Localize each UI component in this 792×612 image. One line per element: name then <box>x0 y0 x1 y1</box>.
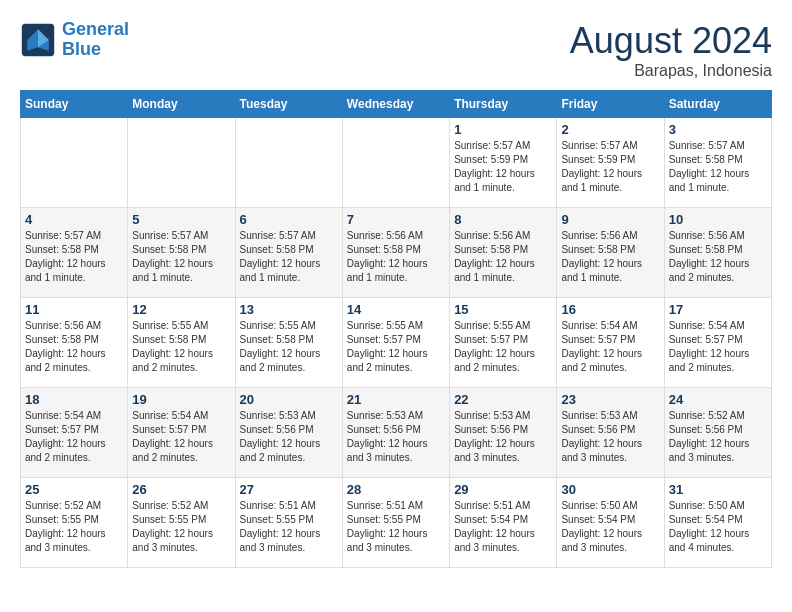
calendar-cell: 8Sunrise: 5:56 AM Sunset: 5:58 PM Daylig… <box>450 208 557 298</box>
day-number: 16 <box>561 302 659 317</box>
day-number: 19 <box>132 392 230 407</box>
calendar-cell <box>21 118 128 208</box>
day-header-thursday: Thursday <box>450 91 557 118</box>
day-info: Sunrise: 5:53 AM Sunset: 5:56 PM Dayligh… <box>561 409 659 465</box>
day-number: 11 <box>25 302 123 317</box>
calendar-cell: 23Sunrise: 5:53 AM Sunset: 5:56 PM Dayli… <box>557 388 664 478</box>
calendar-cell <box>128 118 235 208</box>
day-info: Sunrise: 5:56 AM Sunset: 5:58 PM Dayligh… <box>347 229 445 285</box>
logo-text: General Blue <box>62 20 129 60</box>
day-info: Sunrise: 5:56 AM Sunset: 5:58 PM Dayligh… <box>25 319 123 375</box>
calendar-cell: 18Sunrise: 5:54 AM Sunset: 5:57 PM Dayli… <box>21 388 128 478</box>
day-info: Sunrise: 5:52 AM Sunset: 5:55 PM Dayligh… <box>132 499 230 555</box>
day-info: Sunrise: 5:53 AM Sunset: 5:56 PM Dayligh… <box>240 409 338 465</box>
day-info: Sunrise: 5:56 AM Sunset: 5:58 PM Dayligh… <box>669 229 767 285</box>
day-number: 13 <box>240 302 338 317</box>
calendar-cell: 7Sunrise: 5:56 AM Sunset: 5:58 PM Daylig… <box>342 208 449 298</box>
page-header: General Blue August 2024 Barapas, Indone… <box>20 20 772 80</box>
day-number: 17 <box>669 302 767 317</box>
calendar-cell: 26Sunrise: 5:52 AM Sunset: 5:55 PM Dayli… <box>128 478 235 568</box>
calendar-table: SundayMondayTuesdayWednesdayThursdayFrid… <box>20 90 772 568</box>
day-number: 12 <box>132 302 230 317</box>
calendar-week-2: 4Sunrise: 5:57 AM Sunset: 5:58 PM Daylig… <box>21 208 772 298</box>
day-header-sunday: Sunday <box>21 91 128 118</box>
day-number: 8 <box>454 212 552 227</box>
calendar-cell: 6Sunrise: 5:57 AM Sunset: 5:58 PM Daylig… <box>235 208 342 298</box>
day-info: Sunrise: 5:55 AM Sunset: 5:58 PM Dayligh… <box>132 319 230 375</box>
calendar-cell: 11Sunrise: 5:56 AM Sunset: 5:58 PM Dayli… <box>21 298 128 388</box>
day-info: Sunrise: 5:53 AM Sunset: 5:56 PM Dayligh… <box>454 409 552 465</box>
day-header-tuesday: Tuesday <box>235 91 342 118</box>
calendar-cell: 25Sunrise: 5:52 AM Sunset: 5:55 PM Dayli… <box>21 478 128 568</box>
day-info: Sunrise: 5:54 AM Sunset: 5:57 PM Dayligh… <box>561 319 659 375</box>
day-number: 31 <box>669 482 767 497</box>
calendar-cell: 24Sunrise: 5:52 AM Sunset: 5:56 PM Dayli… <box>664 388 771 478</box>
calendar-cell: 29Sunrise: 5:51 AM Sunset: 5:54 PM Dayli… <box>450 478 557 568</box>
day-info: Sunrise: 5:57 AM Sunset: 5:59 PM Dayligh… <box>561 139 659 195</box>
calendar-cell: 1Sunrise: 5:57 AM Sunset: 5:59 PM Daylig… <box>450 118 557 208</box>
day-number: 5 <box>132 212 230 227</box>
day-number: 25 <box>25 482 123 497</box>
day-info: Sunrise: 5:54 AM Sunset: 5:57 PM Dayligh… <box>132 409 230 465</box>
day-number: 6 <box>240 212 338 227</box>
calendar-cell: 22Sunrise: 5:53 AM Sunset: 5:56 PM Dayli… <box>450 388 557 478</box>
calendar-cell: 19Sunrise: 5:54 AM Sunset: 5:57 PM Dayli… <box>128 388 235 478</box>
day-header-friday: Friday <box>557 91 664 118</box>
day-number: 21 <box>347 392 445 407</box>
day-number: 23 <box>561 392 659 407</box>
title-block: August 2024 Barapas, Indonesia <box>570 20 772 80</box>
day-info: Sunrise: 5:56 AM Sunset: 5:58 PM Dayligh… <box>454 229 552 285</box>
day-number: 2 <box>561 122 659 137</box>
day-number: 18 <box>25 392 123 407</box>
day-number: 7 <box>347 212 445 227</box>
calendar-cell: 31Sunrise: 5:50 AM Sunset: 5:54 PM Dayli… <box>664 478 771 568</box>
day-info: Sunrise: 5:52 AM Sunset: 5:55 PM Dayligh… <box>25 499 123 555</box>
day-number: 9 <box>561 212 659 227</box>
day-info: Sunrise: 5:52 AM Sunset: 5:56 PM Dayligh… <box>669 409 767 465</box>
calendar-cell <box>342 118 449 208</box>
calendar-cell: 27Sunrise: 5:51 AM Sunset: 5:55 PM Dayli… <box>235 478 342 568</box>
calendar-week-3: 11Sunrise: 5:56 AM Sunset: 5:58 PM Dayli… <box>21 298 772 388</box>
calendar-week-1: 1Sunrise: 5:57 AM Sunset: 5:59 PM Daylig… <box>21 118 772 208</box>
day-info: Sunrise: 5:51 AM Sunset: 5:55 PM Dayligh… <box>347 499 445 555</box>
day-number: 27 <box>240 482 338 497</box>
calendar-cell: 21Sunrise: 5:53 AM Sunset: 5:56 PM Dayli… <box>342 388 449 478</box>
day-number: 20 <box>240 392 338 407</box>
logo: General Blue <box>20 20 129 60</box>
calendar-cell: 12Sunrise: 5:55 AM Sunset: 5:58 PM Dayli… <box>128 298 235 388</box>
calendar-cell: 9Sunrise: 5:56 AM Sunset: 5:58 PM Daylig… <box>557 208 664 298</box>
day-header-wednesday: Wednesday <box>342 91 449 118</box>
day-header-saturday: Saturday <box>664 91 771 118</box>
day-number: 26 <box>132 482 230 497</box>
calendar-week-5: 25Sunrise: 5:52 AM Sunset: 5:55 PM Dayli… <box>21 478 772 568</box>
day-info: Sunrise: 5:57 AM Sunset: 5:58 PM Dayligh… <box>25 229 123 285</box>
calendar-week-4: 18Sunrise: 5:54 AM Sunset: 5:57 PM Dayli… <box>21 388 772 478</box>
calendar-cell: 2Sunrise: 5:57 AM Sunset: 5:59 PM Daylig… <box>557 118 664 208</box>
day-number: 3 <box>669 122 767 137</box>
day-number: 4 <box>25 212 123 227</box>
calendar-cell <box>235 118 342 208</box>
day-number: 15 <box>454 302 552 317</box>
calendar-cell: 3Sunrise: 5:57 AM Sunset: 5:58 PM Daylig… <box>664 118 771 208</box>
logo-icon <box>20 22 56 58</box>
day-info: Sunrise: 5:51 AM Sunset: 5:55 PM Dayligh… <box>240 499 338 555</box>
day-info: Sunrise: 5:57 AM Sunset: 5:58 PM Dayligh… <box>240 229 338 285</box>
day-info: Sunrise: 5:55 AM Sunset: 5:58 PM Dayligh… <box>240 319 338 375</box>
day-number: 30 <box>561 482 659 497</box>
calendar-cell: 4Sunrise: 5:57 AM Sunset: 5:58 PM Daylig… <box>21 208 128 298</box>
day-info: Sunrise: 5:54 AM Sunset: 5:57 PM Dayligh… <box>25 409 123 465</box>
day-info: Sunrise: 5:53 AM Sunset: 5:56 PM Dayligh… <box>347 409 445 465</box>
day-header-monday: Monday <box>128 91 235 118</box>
day-info: Sunrise: 5:56 AM Sunset: 5:58 PM Dayligh… <box>561 229 659 285</box>
day-number: 14 <box>347 302 445 317</box>
day-info: Sunrise: 5:55 AM Sunset: 5:57 PM Dayligh… <box>454 319 552 375</box>
day-number: 10 <box>669 212 767 227</box>
day-info: Sunrise: 5:57 AM Sunset: 5:58 PM Dayligh… <box>669 139 767 195</box>
calendar-cell: 13Sunrise: 5:55 AM Sunset: 5:58 PM Dayli… <box>235 298 342 388</box>
calendar-cell: 5Sunrise: 5:57 AM Sunset: 5:58 PM Daylig… <box>128 208 235 298</box>
calendar-cell: 14Sunrise: 5:55 AM Sunset: 5:57 PM Dayli… <box>342 298 449 388</box>
calendar-cell: 16Sunrise: 5:54 AM Sunset: 5:57 PM Dayli… <box>557 298 664 388</box>
day-info: Sunrise: 5:55 AM Sunset: 5:57 PM Dayligh… <box>347 319 445 375</box>
day-info: Sunrise: 5:50 AM Sunset: 5:54 PM Dayligh… <box>669 499 767 555</box>
day-number: 1 <box>454 122 552 137</box>
